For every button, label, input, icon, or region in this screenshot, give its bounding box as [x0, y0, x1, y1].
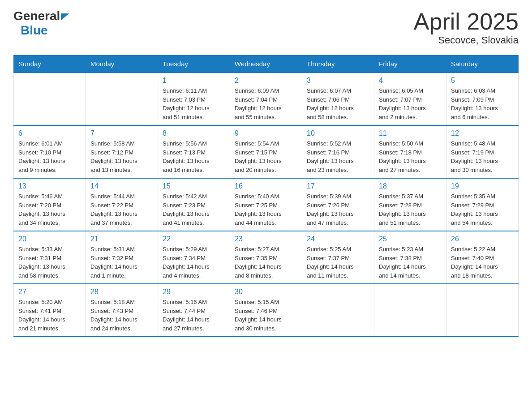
table-row: 5Sunrise: 6:03 AM Sunset: 7:09 PM Daylig… [446, 73, 519, 125]
day-info: Sunrise: 5:16 AM Sunset: 7:44 PM Dayligh… [163, 298, 225, 333]
table-row: 8Sunrise: 5:56 AM Sunset: 7:13 PM Daylig… [158, 125, 230, 178]
day-number: 2 [235, 77, 297, 85]
logo: General Blue [13, 9, 69, 38]
table-row: 1Sunrise: 6:11 AM Sunset: 7:03 PM Daylig… [158, 73, 230, 125]
table-row: 22Sunrise: 5:29 AM Sunset: 7:34 PM Dayli… [158, 231, 230, 284]
day-number: 8 [163, 129, 225, 137]
header-sunday: Sunday [14, 56, 86, 73]
week-row-2: 6Sunrise: 6:01 AM Sunset: 7:10 PM Daylig… [14, 125, 519, 178]
day-info: Sunrise: 6:05 AM Sunset: 7:07 PM Dayligh… [379, 86, 442, 121]
day-number: 23 [235, 235, 297, 243]
day-number: 22 [163, 235, 225, 243]
day-number: 9 [235, 129, 297, 137]
day-number: 5 [451, 77, 514, 85]
day-info: Sunrise: 5:33 AM Sunset: 7:31 PM Dayligh… [18, 245, 81, 280]
table-row: 25Sunrise: 5:23 AM Sunset: 7:38 PM Dayli… [374, 231, 446, 284]
svg-marker-0 [61, 13, 69, 21]
table-row: 4Sunrise: 6:05 AM Sunset: 7:07 PM Daylig… [374, 73, 446, 125]
table-row: 16Sunrise: 5:40 AM Sunset: 7:25 PM Dayli… [230, 178, 302, 231]
day-number: 4 [379, 77, 442, 85]
day-info: Sunrise: 5:35 AM Sunset: 7:29 PM Dayligh… [451, 192, 514, 227]
day-info: Sunrise: 5:15 AM Sunset: 7:46 PM Dayligh… [235, 298, 297, 333]
calendar-header-row: Sunday Monday Tuesday Wednesday Thursday… [14, 56, 519, 73]
day-number: 17 [307, 182, 369, 190]
logo-line2: Blue [17, 23, 48, 38]
table-row [302, 284, 374, 337]
day-info: Sunrise: 5:40 AM Sunset: 7:25 PM Dayligh… [235, 192, 297, 227]
table-row: 17Sunrise: 5:39 AM Sunset: 7:26 PM Dayli… [302, 178, 374, 231]
day-number: 29 [163, 288, 225, 296]
table-row: 2Sunrise: 6:09 AM Sunset: 7:04 PM Daylig… [230, 73, 302, 125]
day-info: Sunrise: 5:50 AM Sunset: 7:18 PM Dayligh… [379, 139, 442, 174]
table-row: 3Sunrise: 6:07 AM Sunset: 7:06 PM Daylig… [302, 73, 374, 125]
day-number: 7 [90, 129, 153, 137]
day-info: Sunrise: 5:46 AM Sunset: 7:20 PM Dayligh… [18, 192, 81, 227]
day-info: Sunrise: 5:18 AM Sunset: 7:43 PM Dayligh… [90, 298, 153, 333]
page-header: General Blue April 2025 Secovce, Slovaki… [13, 9, 519, 46]
day-info: Sunrise: 5:39 AM Sunset: 7:26 PM Dayligh… [307, 192, 369, 227]
day-number: 3 [307, 77, 369, 85]
header-thursday: Thursday [302, 56, 374, 73]
day-info: Sunrise: 5:29 AM Sunset: 7:34 PM Dayligh… [163, 245, 225, 280]
day-number: 19 [451, 182, 514, 190]
table-row: 26Sunrise: 5:22 AM Sunset: 7:40 PM Dayli… [446, 231, 519, 284]
day-info: Sunrise: 5:31 AM Sunset: 7:32 PM Dayligh… [90, 245, 153, 280]
table-row: 29Sunrise: 5:16 AM Sunset: 7:44 PM Dayli… [158, 284, 230, 337]
table-row: 21Sunrise: 5:31 AM Sunset: 7:32 PM Dayli… [86, 231, 158, 284]
table-row [374, 284, 446, 337]
table-row [86, 73, 158, 125]
day-number: 16 [235, 182, 297, 190]
table-row: 14Sunrise: 5:44 AM Sunset: 7:22 PM Dayli… [86, 178, 158, 231]
logo-arrow [61, 13, 69, 21]
day-number: 13 [18, 182, 81, 190]
table-row: 7Sunrise: 5:58 AM Sunset: 7:12 PM Daylig… [86, 125, 158, 178]
day-info: Sunrise: 5:22 AM Sunset: 7:40 PM Dayligh… [451, 245, 514, 280]
week-row-5: 27Sunrise: 5:20 AM Sunset: 7:41 PM Dayli… [14, 284, 519, 337]
page-subtitle: Secovce, Slovakia [414, 34, 519, 46]
day-info: Sunrise: 6:07 AM Sunset: 7:06 PM Dayligh… [307, 86, 369, 121]
day-number: 26 [451, 235, 514, 243]
header-tuesday: Tuesday [158, 56, 230, 73]
calendar-table: Sunday Monday Tuesday Wednesday Thursday… [13, 55, 519, 337]
logo-line1: General [13, 9, 69, 23]
logo-general-text: General [13, 9, 60, 23]
day-number: 18 [379, 182, 442, 190]
title-block: April 2025 Secovce, Slovakia [414, 9, 519, 46]
table-row [14, 73, 86, 125]
day-number: 21 [90, 235, 153, 243]
day-info: Sunrise: 5:58 AM Sunset: 7:12 PM Dayligh… [90, 139, 153, 174]
day-info: Sunrise: 5:23 AM Sunset: 7:38 PM Dayligh… [379, 245, 442, 280]
day-info: Sunrise: 5:54 AM Sunset: 7:15 PM Dayligh… [235, 139, 297, 174]
table-row: 27Sunrise: 5:20 AM Sunset: 7:41 PM Dayli… [14, 284, 86, 337]
page-title: April 2025 [414, 9, 519, 34]
table-row: 11Sunrise: 5:50 AM Sunset: 7:18 PM Dayli… [374, 125, 446, 178]
day-info: Sunrise: 5:42 AM Sunset: 7:23 PM Dayligh… [163, 192, 225, 227]
day-number: 28 [90, 288, 153, 296]
day-number: 14 [90, 182, 153, 190]
day-number: 12 [451, 129, 514, 137]
table-row: 9Sunrise: 5:54 AM Sunset: 7:15 PM Daylig… [230, 125, 302, 178]
week-row-4: 20Sunrise: 5:33 AM Sunset: 7:31 PM Dayli… [14, 231, 519, 284]
table-row: 30Sunrise: 5:15 AM Sunset: 7:46 PM Dayli… [230, 284, 302, 337]
table-row: 24Sunrise: 5:25 AM Sunset: 7:37 PM Dayli… [302, 231, 374, 284]
day-info: Sunrise: 6:11 AM Sunset: 7:03 PM Dayligh… [163, 86, 225, 121]
header-wednesday: Wednesday [230, 56, 302, 73]
table-row: 20Sunrise: 5:33 AM Sunset: 7:31 PM Dayli… [14, 231, 86, 284]
week-row-1: 1Sunrise: 6:11 AM Sunset: 7:03 PM Daylig… [14, 73, 519, 125]
day-number: 30 [235, 288, 297, 296]
table-row [446, 284, 519, 337]
day-number: 20 [18, 235, 81, 243]
day-info: Sunrise: 5:27 AM Sunset: 7:35 PM Dayligh… [235, 245, 297, 280]
table-row: 10Sunrise: 5:52 AM Sunset: 7:16 PM Dayli… [302, 125, 374, 178]
day-number: 10 [307, 129, 369, 137]
table-row: 6Sunrise: 6:01 AM Sunset: 7:10 PM Daylig… [14, 125, 86, 178]
day-info: Sunrise: 6:09 AM Sunset: 7:04 PM Dayligh… [235, 86, 297, 121]
table-row: 13Sunrise: 5:46 AM Sunset: 7:20 PM Dayli… [14, 178, 86, 231]
table-row: 15Sunrise: 5:42 AM Sunset: 7:23 PM Dayli… [158, 178, 230, 231]
header-monday: Monday [86, 56, 158, 73]
table-row: 28Sunrise: 5:18 AM Sunset: 7:43 PM Dayli… [86, 284, 158, 337]
day-number: 15 [163, 182, 225, 190]
day-number: 25 [379, 235, 442, 243]
day-info: Sunrise: 5:20 AM Sunset: 7:41 PM Dayligh… [18, 298, 81, 333]
day-info: Sunrise: 5:37 AM Sunset: 7:28 PM Dayligh… [379, 192, 442, 227]
